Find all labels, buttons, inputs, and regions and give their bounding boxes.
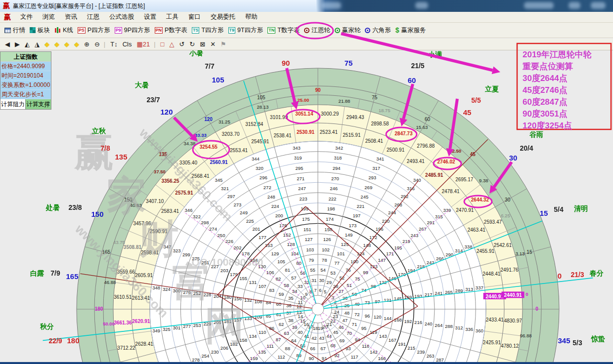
menu-window[interactable]: 窗口 <box>183 13 206 21</box>
draw-tool-19[interactable]: ⊠ <box>200 40 205 48</box>
menu-logo-icon: 赢 <box>4 13 11 22</box>
svg-text:293: 293 <box>368 175 376 180</box>
toolbar-button-6[interactable]: TST四方形 <box>192 26 224 35</box>
draw-tool-6[interactable]: ◆ <box>64 40 69 48</box>
svg-text:112: 112 <box>277 354 285 360</box>
svg-text:167: 167 <box>389 337 396 343</box>
svg-text:85: 85 <box>266 313 271 319</box>
PN-icon: PN <box>155 27 163 34</box>
svg-text:34: 34 <box>292 288 298 294</box>
svg-text:174: 174 <box>326 216 334 222</box>
draw-tool-14: | <box>154 40 155 48</box>
svg-text:家: 家 <box>107 173 146 217</box>
toolbar-button-8[interactable]: TNT数字表 <box>267 26 300 35</box>
toolbar-button-12[interactable]: $赢家服务 <box>395 26 426 35</box>
svg-text:6.25: 6.25 <box>501 213 510 218</box>
menu-formula[interactable]: 公式选股 <box>104 13 139 21</box>
calc-resistance-button[interactable]: 计算阻力 <box>0 99 26 109</box>
svg-text:102: 102 <box>322 247 330 252</box>
draw-tool-10: | <box>104 40 105 48</box>
draw-tool-1[interactable]: ▶ <box>15 40 20 48</box>
svg-text:159: 159 <box>250 356 258 361</box>
draw-tool-12[interactable]: Cls <box>123 40 132 48</box>
draw-tool-3[interactable]: ◮ <box>35 40 40 48</box>
svg-text:61: 61 <box>276 312 281 317</box>
menu-tools[interactable]: 工具 <box>161 13 183 21</box>
svg-text:173: 173 <box>349 223 356 228</box>
svg-text:财: 财 <box>138 217 179 261</box>
svg-text:3051.14: 3051.14 <box>295 111 313 117</box>
draw-tool-9[interactable]: ⊖ <box>94 40 100 48</box>
svg-text:197: 197 <box>352 213 360 218</box>
menu-browse[interactable]: 浏览 <box>38 13 60 21</box>
draw-tool-13[interactable]: ▦21 <box>136 40 150 48</box>
svg-text:47: 47 <box>342 318 348 323</box>
draw-tool-18[interactable]: ↻ <box>189 40 195 48</box>
price-row: 价格=2440.9099 <box>0 62 51 71</box>
draw-tool-15[interactable]: □ <box>161 40 165 48</box>
title-bar: 赢 赢家江恩专业版[赢家服务平台] - [上证指数 江恩轮] <box>0 0 613 12</box>
svg-text:3508.81: 3508.81 <box>124 244 142 250</box>
svg-text:60: 60 <box>425 117 431 122</box>
svg-text:5/4: 5/4 <box>554 205 564 213</box>
svg-text:60: 60 <box>408 76 416 84</box>
menu-file[interactable]: 文件 <box>15 13 38 21</box>
draw-tool-7[interactable]: ◆ <box>74 40 79 48</box>
toolbar-button-9[interactable]: 江恩轮 <box>304 26 330 35</box>
draw-tool-11[interactable]: T↕ <box>110 40 117 48</box>
svg-text:2440.91: 2440.91 <box>486 294 504 299</box>
svg-text:25.00: 25.00 <box>298 97 309 103</box>
svg-text:2493.41: 2493.41 <box>407 159 425 164</box>
svg-text:2433.41: 2433.41 <box>486 317 504 323</box>
draw-tool-21[interactable]: ⚑ <box>220 40 226 48</box>
svg-text:20/4: 20/4 <box>520 144 533 152</box>
draw-tool-2[interactable]: ◭ <box>25 40 30 48</box>
toolbar-button-11[interactable]: 六角形 <box>365 26 391 35</box>
svg-text:62: 62 <box>279 322 284 327</box>
toolbar-button-0[interactable]: 行情 <box>4 26 25 35</box>
toolbar-button-7[interactable]: T99T四方形 <box>228 26 263 35</box>
menu-settings[interactable]: 设置 <box>139 13 161 21</box>
svg-text:345: 345 <box>558 336 570 345</box>
svg-text:200: 200 <box>275 213 283 218</box>
svg-text:27: 27 <box>339 288 344 294</box>
svg-text:3.13: 3.13 <box>516 251 525 256</box>
draw-tool-4[interactable]: ◆ <box>44 40 49 48</box>
draw-tool-17[interactable]: ↺ <box>179 40 184 48</box>
toolbar-label: 六角形 <box>372 26 391 35</box>
draw-tool-8[interactable]: ⊕ <box>84 40 89 48</box>
draw-tool-0[interactable]: ◀ <box>5 40 10 48</box>
svg-text:230: 230 <box>211 349 219 355</box>
toolbar-button-2[interactable]: K线 <box>54 26 73 35</box>
menu-news[interactable]: 资讯 <box>60 13 82 21</box>
toolbar-button-5[interactable]: PNP数字表 <box>155 26 187 35</box>
toolbar-button-4[interactable]: P99P四方形 <box>115 26 150 35</box>
menu-trade[interactable]: 交易委托 <box>206 13 240 21</box>
svg-text:120: 120 <box>204 117 213 122</box>
svg-text:2949.43: 2949.43 <box>346 115 364 120</box>
svg-text:75: 75 <box>345 59 353 67</box>
draw-tool-16[interactable]: △ <box>169 40 174 48</box>
svg-text:267: 267 <box>419 226 427 232</box>
kline-icon <box>54 27 61 34</box>
toolbar-button-1[interactable]: 板块 <box>30 26 50 35</box>
toolbar-label: K线 <box>63 26 73 35</box>
step-row: 周天变化步长=1 <box>0 90 51 99</box>
svg-text:75: 75 <box>372 95 378 100</box>
svg-text:清明: 清明 <box>574 204 588 212</box>
toolbar-button-10[interactable]: 赢家轮 <box>335 26 361 35</box>
calc-support-button[interactable]: 计算支撑 <box>26 99 51 109</box>
svg-text:223: 223 <box>300 196 307 202</box>
menu-gann[interactable]: 江恩 <box>82 13 104 21</box>
draw-tool-5[interactable]: ◆ <box>54 40 59 48</box>
menu-help[interactable]: 帮助 <box>240 13 263 21</box>
index-info-panel: 上证指数 价格=2440.9099 时间=20190104 变换系数=1.000… <box>0 51 51 110</box>
svg-text:103: 103 <box>306 247 314 252</box>
svg-text:254: 254 <box>201 353 209 359</box>
svg-text:2620.91: 2620.91 <box>132 319 150 324</box>
draw-tool-20[interactable]: ✕ <box>210 40 216 48</box>
svg-text:2491.76: 2491.76 <box>500 267 519 273</box>
svg-text:处暑: 处暑 <box>45 203 60 211</box>
svg-text:22/9: 22/9 <box>48 337 62 345</box>
toolbar-button-3[interactable]: PSP四方形 <box>78 26 110 35</box>
